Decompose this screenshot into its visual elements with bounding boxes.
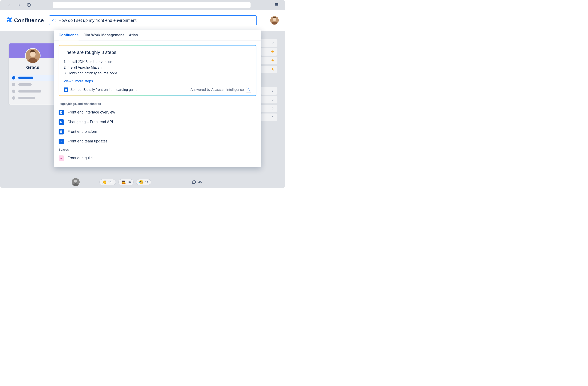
tab-jira-work-management[interactable]: Jira Work Management <box>84 33 124 40</box>
section-pages-label: Pages,blogs, and whiteboards <box>54 100 261 108</box>
ai-steps-list: 1. Install JDK 8 or later version 2. Ins… <box>64 59 251 76</box>
svg-rect-14 <box>65 90 66 90</box>
blog-icon <box>59 139 64 144</box>
page-icon <box>59 110 64 115</box>
browser-bar <box>0 0 285 10</box>
result-title: Front end interface overview <box>67 110 115 115</box>
search-dropdown: Confluence Jira Work Management Atlas Th… <box>54 30 261 167</box>
tab-atlas[interactable]: Atlas <box>129 33 138 40</box>
search-input[interactable]: How do I set up my front end environment <box>49 15 257 25</box>
page-icon <box>59 129 64 135</box>
svg-rect-20 <box>61 121 62 121</box>
ai-credit-text: Answered by Atlassian Intelligence <box>190 88 244 92</box>
sidebar-item[interactable] <box>9 82 57 87</box>
right-card[interactable] <box>261 96 277 103</box>
svg-rect-21 <box>61 122 62 122</box>
sidebar-user-name: Grace <box>9 65 57 73</box>
comment-count[interactable]: 45 <box>191 180 202 184</box>
right-card[interactable] <box>261 39 277 47</box>
emoji-icon: 👏 <box>102 180 107 184</box>
reaction-pill[interactable]: 🙇 26 <box>118 179 134 185</box>
source-label: Source <box>70 88 81 92</box>
source-title[interactable]: Banc.ly front-end onboarding guide <box>83 88 137 92</box>
svg-point-8 <box>30 52 35 57</box>
svg-rect-17 <box>61 112 62 113</box>
emoji-icon: 🙇 <box>121 180 126 184</box>
emoji-icon: 😂 <box>139 180 144 184</box>
svg-rect-24 <box>61 131 62 131</box>
ai-step: 1. Install JDK 8 or later version <box>64 59 251 65</box>
section-spaces-label: Spaces <box>54 146 261 153</box>
user-avatar[interactable] <box>270 16 279 24</box>
sidebar-item[interactable] <box>9 88 57 94</box>
search-result[interactable]: Front end platform <box>54 127 261 136</box>
svg-rect-12 <box>65 89 66 89</box>
ai-answer-heading: There are roughly 8 steps. <box>64 50 251 55</box>
confluence-logo[interactable]: Confluence <box>6 17 44 24</box>
ai-step: 3. Download batch.ly source code <box>64 70 251 76</box>
svg-point-5 <box>273 18 276 21</box>
browser-reload-button[interactable] <box>26 2 32 8</box>
search-result[interactable]: Changelog – Front end API <box>54 117 261 127</box>
sidebar-profile-card: Grace <box>9 43 57 105</box>
right-column <box>261 39 277 121</box>
result-title: Front end team updates <box>67 139 107 143</box>
search-tabs: Confluence Jira Work Management Atlas <box>54 30 261 40</box>
browser-forward-button[interactable] <box>16 2 22 8</box>
sidebar-item[interactable] <box>10 75 56 81</box>
svg-rect-22 <box>61 122 61 123</box>
result-title: Changelog – Front end API <box>67 120 113 124</box>
reaction-count: 26 <box>127 180 131 184</box>
result-title: Front end platform <box>67 129 98 134</box>
page-icon <box>64 87 68 92</box>
confluence-logo-icon <box>6 17 12 24</box>
right-card[interactable] <box>261 87 277 95</box>
browser-back-button[interactable] <box>6 2 12 8</box>
ai-sparkle-icon <box>246 87 251 93</box>
reaction-count: 110 <box>108 180 113 184</box>
product-name: Confluence <box>14 17 44 24</box>
svg-rect-16 <box>61 112 62 112</box>
comment-avatar <box>72 178 80 186</box>
page-icon <box>59 119 64 125</box>
reactions-bar: 👏 110 🙇 26 😂 14 45 <box>72 178 202 186</box>
ai-expand-link[interactable]: View 5 more steps <box>64 79 93 83</box>
result-title: Front end guild <box>67 156 93 160</box>
reaction-count: 14 <box>145 180 148 184</box>
search-result[interactable]: Front end guild <box>54 153 261 163</box>
space-icon <box>59 155 64 161</box>
star-icon[interactable] <box>261 48 277 56</box>
svg-rect-13 <box>65 90 66 90</box>
ai-sparkle-icon <box>52 18 57 23</box>
sidebar-item[interactable] <box>9 95 57 101</box>
app-header: Confluence How do I set up my front end … <box>0 10 285 31</box>
reaction-pill[interactable]: 👏 110 <box>99 179 116 185</box>
browser-menu-button[interactable] <box>274 2 279 8</box>
star-icon[interactable] <box>261 66 277 73</box>
browser-url-bar[interactable] <box>53 2 251 8</box>
right-card[interactable] <box>261 114 277 121</box>
svg-point-10 <box>74 180 77 183</box>
search-result[interactable]: Front end team updates <box>54 136 261 146</box>
ai-answer-box: There are roughly 8 steps. 1. Install JD… <box>59 45 256 96</box>
sidebar-avatar[interactable] <box>25 48 41 64</box>
reaction-pill[interactable]: 😂 14 <box>136 179 151 185</box>
search-query-text: How do I set up my front end environment <box>59 18 137 23</box>
tab-confluence[interactable]: Confluence <box>59 33 79 40</box>
ai-step: 2. Install Apache Maven <box>64 65 251 70</box>
star-icon[interactable] <box>261 57 277 64</box>
svg-rect-25 <box>61 132 62 132</box>
search-result[interactable]: Front end interface overview <box>54 108 261 117</box>
svg-rect-18 <box>61 113 61 113</box>
right-card[interactable] <box>261 105 277 112</box>
